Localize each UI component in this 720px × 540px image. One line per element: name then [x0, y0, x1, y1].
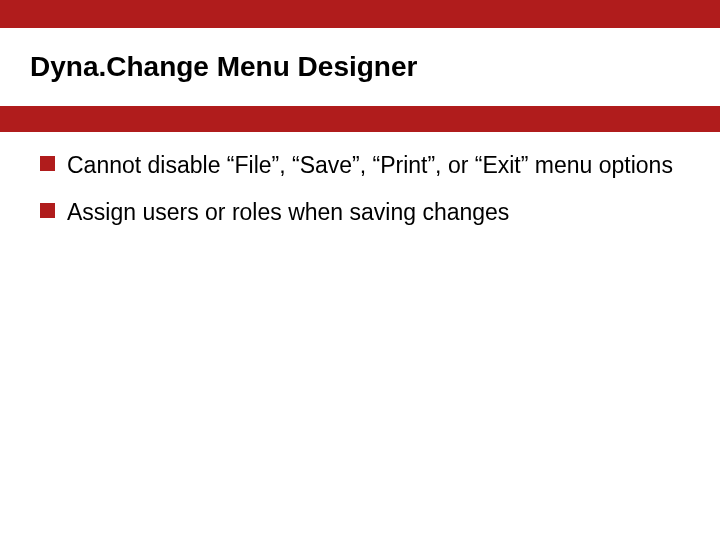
- list-item: Cannot disable “File”, “Save”, “Print”, …: [40, 150, 680, 181]
- slide-title: Dyna.Change Menu Designer: [0, 51, 417, 83]
- top-accent-strip: [0, 0, 720, 28]
- slide: Dyna.Change Menu Designer Cannot disable…: [0, 0, 720, 540]
- bullet-text: Cannot disable “File”, “Save”, “Print”, …: [67, 150, 673, 181]
- list-item: Assign users or roles when saving change…: [40, 197, 680, 228]
- square-bullet-icon: [40, 203, 55, 218]
- square-bullet-icon: [40, 156, 55, 171]
- bullet-text: Assign users or roles when saving change…: [67, 197, 509, 228]
- content-panel: Cannot disable “File”, “Save”, “Print”, …: [0, 132, 720, 540]
- title-band: Dyna.Change Menu Designer: [0, 28, 720, 106]
